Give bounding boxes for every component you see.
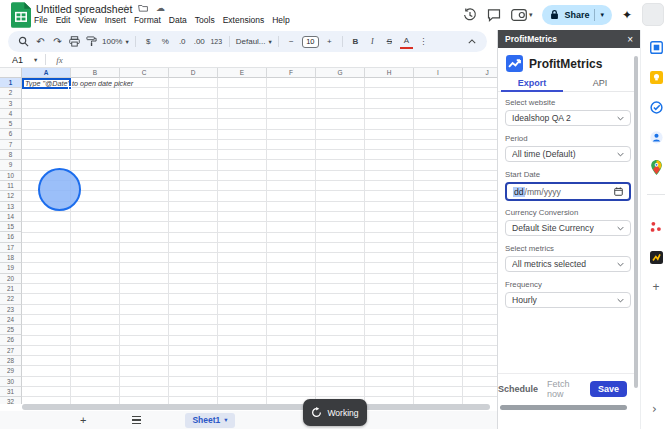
row-header-26[interactable]: 26	[0, 335, 22, 345]
row-header-29[interactable]: 29	[0, 366, 22, 376]
menu-extensions[interactable]: Extensions	[219, 14, 269, 26]
row-header-27[interactable]: 27	[0, 346, 22, 356]
row-header-15[interactable]: 15	[0, 222, 22, 232]
row-header-8[interactable]: 8	[0, 150, 22, 160]
tasks-icon[interactable]	[649, 100, 663, 114]
blue-circle-shape[interactable]	[38, 168, 81, 211]
paint-format-icon[interactable]	[85, 34, 98, 49]
row-header-12[interactable]: 12	[0, 191, 22, 201]
row-header-25[interactable]: 25	[0, 325, 22, 335]
row-header-2[interactable]: 2	[0, 88, 22, 98]
row-header-18[interactable]: 18	[0, 253, 22, 263]
row-header-11[interactable]: 11	[0, 181, 22, 191]
row-header-9[interactable]: 9	[0, 160, 22, 170]
menu-view[interactable]: View	[74, 14, 100, 26]
decrease-decimal-icon[interactable]: .0	[176, 34, 189, 49]
star-icon[interactable]: ☆	[122, 3, 130, 13]
menu-tools[interactable]: Tools	[191, 14, 219, 26]
row-header-21[interactable]: 21	[0, 284, 22, 294]
contacts-icon[interactable]	[649, 130, 663, 144]
increase-decimal-icon[interactable]: .00	[193, 34, 206, 49]
row-header-24[interactable]: 24	[0, 315, 22, 325]
redo-icon[interactable]: ↷	[51, 34, 64, 49]
calendar-icon[interactable]	[614, 187, 623, 196]
keep-icon[interactable]	[649, 70, 663, 84]
account-avatar[interactable]	[642, 3, 664, 26]
row-header-16[interactable]: 16	[0, 232, 22, 242]
move-folder-icon[interactable]	[138, 4, 148, 12]
meet-dropdown-icon[interactable]: ▾	[529, 11, 533, 19]
schedule-button[interactable]: Schedule	[498, 384, 538, 394]
maps-icon[interactable]	[649, 160, 663, 174]
format-percent-icon[interactable]: %	[159, 34, 172, 49]
column-header-c[interactable]: C	[120, 68, 169, 78]
all-sheets-icon[interactable]	[132, 416, 141, 424]
column-header-i[interactable]: I	[414, 68, 463, 78]
cells-area[interactable]: Type "@Date" to open date picker	[22, 78, 497, 404]
font-family-control[interactable]: Defaul... ▾	[236, 37, 272, 46]
row-header-5[interactable]: 5	[0, 119, 22, 129]
font-size-input[interactable]: 10	[302, 36, 319, 48]
row-header-14[interactable]: 14	[0, 212, 22, 222]
column-header-g[interactable]: G	[316, 68, 365, 78]
column-header-b[interactable]: B	[71, 68, 120, 78]
column-header-h[interactable]: H	[365, 68, 414, 78]
sidebar-horizontal-scrollbar[interactable]	[500, 405, 627, 410]
increase-font-size-button[interactable]: +	[323, 34, 336, 49]
field-period[interactable]: All time (Default)	[505, 146, 631, 162]
menu-file[interactable]: File	[30, 14, 52, 26]
row-header-3[interactable]: 3	[0, 99, 22, 109]
field-select-metrics[interactable]: All metrics selected	[505, 256, 631, 272]
row-header-6[interactable]: 6	[0, 129, 22, 139]
zoom-control[interactable]: 100% ▾	[102, 37, 129, 46]
hide-menus-icon[interactable]	[465, 34, 478, 49]
selected-cell-a1[interactable]	[22, 78, 71, 89]
share-dropdown-icon[interactable]: ▾	[600, 11, 604, 19]
row-header-22[interactable]: 22	[0, 294, 22, 304]
sidebar-vertical-scrollbar[interactable]	[634, 56, 638, 388]
row-header-31[interactable]: 31	[0, 387, 22, 397]
column-header-e[interactable]: E	[218, 68, 267, 78]
field-start-date[interactable]: dd/mm/yyyy	[505, 182, 631, 201]
row-header-30[interactable]: 30	[0, 377, 22, 387]
name-box-dropdown-icon[interactable]: ▾	[34, 56, 37, 64]
more-toolbar-icon[interactable]: ⋮	[417, 34, 430, 49]
version-history-icon[interactable]	[463, 8, 477, 22]
date-segment-rest[interactable]: /mm/yyyy	[525, 187, 614, 197]
date-segment-day[interactable]: dd	[513, 187, 525, 197]
decrease-font-size-button[interactable]: −	[285, 34, 298, 49]
italic-icon[interactable]: I	[366, 34, 379, 49]
addon-red-icon[interactable]	[649, 220, 663, 234]
row-header-23[interactable]: 23	[0, 305, 22, 315]
row-header-28[interactable]: 28	[0, 356, 22, 366]
column-header-j[interactable]: J	[463, 68, 497, 78]
field-currency-conversion[interactable]: Default Site Currency	[505, 220, 631, 236]
number-format-icon[interactable]: 123	[210, 34, 223, 49]
add-sheet-button[interactable]: +	[80, 414, 86, 426]
sheet-tab-sheet1[interactable]: Sheet1 ▾	[185, 413, 234, 428]
menu-format[interactable]: Format	[130, 14, 165, 26]
field-frequency[interactable]: Hourly	[505, 292, 631, 308]
menu-data[interactable]: Data	[165, 14, 191, 26]
get-addons-plus-button[interactable]: +	[649, 280, 663, 294]
fill-handle[interactable]	[68, 86, 72, 90]
print-icon[interactable]	[68, 34, 81, 49]
row-header-4[interactable]: 4	[0, 109, 22, 119]
toolbar-search-icon[interactable]	[17, 34, 30, 49]
comments-icon[interactable]	[487, 8, 501, 22]
format-currency-icon[interactable]: $	[142, 34, 155, 49]
column-header-d[interactable]: D	[169, 68, 218, 78]
row-header-17[interactable]: 17	[0, 243, 22, 253]
undo-icon[interactable]: ↶	[34, 34, 47, 49]
column-header-f[interactable]: F	[267, 68, 316, 78]
tab-export[interactable]: Export	[498, 76, 566, 91]
row-header-1[interactable]: 1	[0, 78, 22, 88]
bold-icon[interactable]: B	[349, 34, 362, 49]
sheet-tab-dropdown-icon[interactable]: ▾	[224, 416, 227, 424]
row-header-7[interactable]: 7	[0, 140, 22, 150]
text-color-icon[interactable]: A	[400, 34, 413, 49]
row-header-32[interactable]: 32	[0, 397, 22, 404]
calendar-icon[interactable]	[649, 40, 663, 54]
sheets-logo-icon[interactable]	[11, 2, 31, 28]
menu-insert[interactable]: Insert	[101, 14, 130, 26]
